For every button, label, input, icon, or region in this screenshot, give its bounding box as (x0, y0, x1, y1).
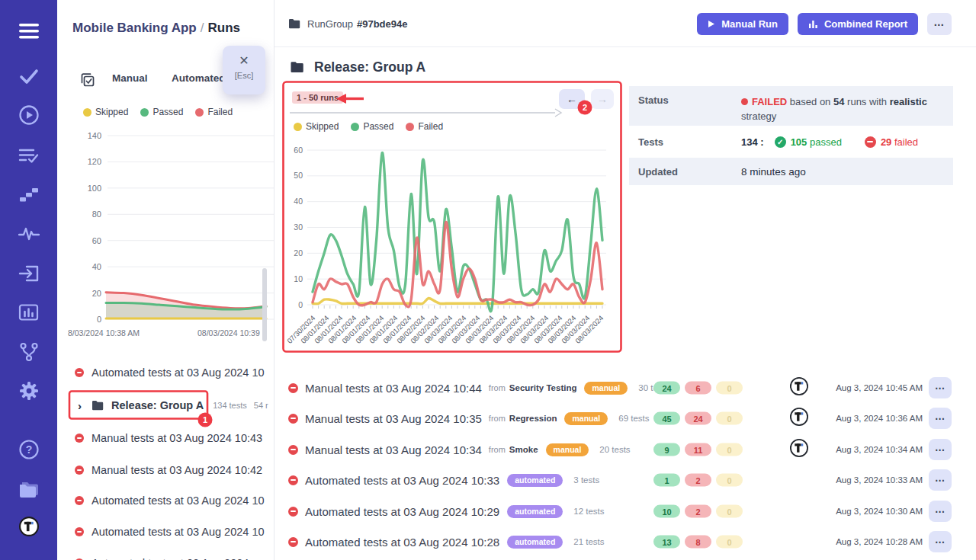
user-avatar (789, 376, 809, 399)
runs-panel: Mobile Banking App/Runs Manual Automated… (57, 0, 274, 560)
section-title: Release: Group A (314, 59, 425, 75)
status-panel: Status FAILED based on 54 runs with real… (629, 86, 953, 185)
import-icon[interactable] (18, 263, 40, 284)
section-header: Release: Group A (290, 53, 425, 81)
skipped-pill: 0 (716, 443, 743, 456)
svg-text:100: 100 (88, 184, 101, 193)
chevron-right-icon[interactable]: › (78, 399, 82, 412)
result-pills: 45 24 0 (653, 412, 743, 425)
more-actions-button[interactable]: ⋯ (927, 13, 952, 35)
manual-run-button[interactable]: Manual Run (697, 13, 788, 35)
run-timestamp: Aug 3, 2024 10:36 AM (836, 414, 923, 423)
tests-passed-label: passed (810, 136, 842, 148)
pulse-icon[interactable] (18, 223, 40, 245)
close-icon[interactable]: ✕ (223, 55, 265, 67)
manual-run-label: Manual Run (721, 18, 778, 30)
failed-status-icon (288, 383, 298, 393)
list-item[interactable]: Manual tests at 03 Aug 2024 10:43 (57, 430, 274, 446)
row-more-button[interactable]: ⋯ (929, 501, 952, 522)
status-badge: FAILED (752, 96, 787, 107)
run-title[interactable]: Manual tests at 03 Aug 2024 10:44 (305, 382, 482, 395)
group-title: Release: Group A (111, 399, 204, 411)
list-item[interactable]: Automated tests at 03 Aug 2024 10 (57, 523, 274, 540)
combined-report-label: Combined Report (824, 18, 907, 30)
run-row[interactable]: Automated tests at 03 Aug 2024 10:33 aut… (274, 465, 976, 495)
row-more-button[interactable]: ⋯ (929, 531, 952, 552)
passed-dot-icon (351, 123, 359, 131)
from-plan-name: Security Testing (509, 383, 577, 392)
skipped-pill: 0 (716, 412, 743, 425)
tests-count: 3 tests (573, 475, 599, 485)
menu-icon[interactable] (18, 21, 40, 42)
main-content: RunGroup #97bde94e Manual Run Combined R… (274, 0, 976, 560)
svg-text:20: 20 (294, 248, 303, 258)
combined-report-button[interactable]: Combined Report (798, 13, 918, 35)
run-row[interactable]: Manual tests at 03 Aug 2024 10:34 from S… (274, 434, 976, 465)
rungroup-label: RunGroup (307, 18, 353, 30)
list-item[interactable]: Manual tests at 03 Aug 2024 10:42 (57, 462, 274, 478)
updated-value: 8 minutes ago (741, 166, 806, 178)
group-runs-count: 54 r (254, 401, 268, 410)
list-item[interactable]: Automated tests at 03 Aug 2024 10 (57, 364, 274, 381)
run-title: Manual tests at 03 Aug 2024 10:42 (92, 464, 262, 476)
row-more-button[interactable]: ⋯ (929, 408, 952, 429)
svg-text:40: 40 (92, 262, 101, 271)
failed-dot-icon (406, 123, 414, 131)
tests-count: 21 tests (573, 537, 604, 546)
passed-pill: 1 (653, 474, 680, 487)
close-panel-button[interactable]: ✕ [Esc] (223, 46, 265, 94)
tasks-check-icon[interactable] (18, 66, 40, 87)
run-title[interactable]: Automated tests at 03 Aug 2024 10:29 (305, 505, 499, 518)
run-title: Automated tests at 03 Aug 2024 10 (92, 526, 265, 538)
run-title[interactable]: Manual tests at 03 Aug 2024 10:34 (305, 443, 482, 456)
help-icon[interactable]: ? (18, 439, 40, 460)
row-more-button[interactable]: ⋯ (929, 377, 952, 398)
svg-text:60: 60 (294, 146, 303, 155)
run-row[interactable]: Automated tests at 03 Aug 2024 10:29 aut… (274, 496, 976, 526)
svg-text:?: ? (25, 443, 32, 456)
runs-range-label: 1 - 50 runs (292, 91, 343, 104)
result-pills: 13 8 0 (653, 536, 743, 549)
skipped-pill: 0 (716, 536, 743, 549)
run-title[interactable]: Manual tests at 03 Aug 2024 10:35 (305, 412, 482, 425)
tests-failed-count: 29 (881, 136, 891, 148)
row-more-button[interactable]: ⋯ (929, 469, 952, 491)
run-row[interactable]: Manual tests at 03 Aug 2024 10:35 from R… (274, 403, 976, 434)
failed-status-icon (75, 527, 84, 536)
run-title[interactable]: Automated tests at 03 Aug 2024 10:28 (305, 536, 499, 549)
row-more-button[interactable]: ⋯ (929, 439, 952, 460)
run-title: Automated tests at 03 Aug 2024 (92, 557, 249, 560)
sidebar: ? (0, 0, 57, 560)
list-item[interactable]: Automated tests at 03 Aug 2024 10 (57, 492, 274, 509)
panel-scrollbar[interactable] (262, 268, 267, 341)
testomat-logo-icon[interactable] (18, 516, 40, 537)
run-timestamp: Aug 3, 2024 10:45 AM (836, 383, 923, 392)
list-item[interactable]: Automated tests at 03 Aug 2024 (57, 555, 274, 560)
steps-icon[interactable] (18, 184, 40, 205)
next-page-button[interactable]: → (591, 89, 614, 109)
list-item-release-group[interactable]: › Release: Group A 134 tests 54 r (57, 397, 274, 414)
play-circle-icon[interactable] (18, 104, 40, 126)
documents-folder-icon[interactable] (18, 478, 40, 500)
run-row[interactable]: Automated tests at 03 Aug 2024 10:28 aut… (274, 526, 976, 557)
passed-pill: 13 (653, 536, 680, 549)
updated-label: Updated (629, 166, 741, 178)
branches-icon[interactable] (18, 341, 40, 363)
folder-icon (92, 400, 104, 411)
folder-icon (288, 18, 300, 29)
svg-text:50: 50 (294, 171, 303, 180)
settings-gear-icon[interactable] (18, 380, 40, 402)
run-title[interactable]: Automated tests at 03 Aug 2024 10:33 (305, 474, 499, 487)
run-row[interactable]: Manual tests at 03 Aug 2024 10:44 from S… (274, 373, 976, 403)
test-runs-list-icon[interactable] (18, 145, 40, 166)
svg-text:140: 140 (88, 131, 101, 140)
run-title: Automated tests at 03 Aug 2024 10 (92, 494, 265, 507)
prev-page-button[interactable]: ← (559, 89, 585, 109)
mini-chart-x-label-start: 8/03/2024 10:38 AM (68, 328, 140, 338)
failed-status-icon (288, 445, 298, 455)
tests-label: Tests (629, 136, 741, 148)
topbar-actions: Manual Run Combined Report ⋯ (697, 13, 952, 35)
svg-text:10: 10 (294, 274, 303, 283)
svg-text:0: 0 (97, 315, 101, 324)
analytics-icon[interactable] (18, 302, 40, 323)
